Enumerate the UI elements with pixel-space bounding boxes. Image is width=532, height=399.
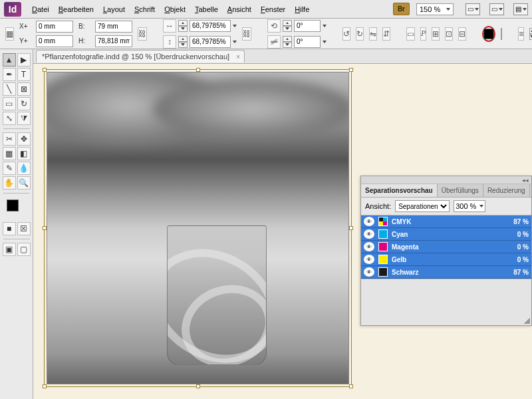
panel-tab-reduzierung[interactable]: Reduzierung [483,184,530,197]
sep-row-schwarz[interactable]: 👁 Schwarz 87 % [361,266,531,279]
x-label: X+ [19,23,34,30]
selection-tool[interactable]: ▲ [3,53,16,66]
arrange-icon[interactable]: ▤ [513,3,528,15]
menu-hilfe[interactable]: Hilfe [291,3,313,16]
gradient-tool[interactable]: ▦ [3,147,16,160]
frame-tool[interactable]: ⊠ [17,82,31,96]
eyedropper-tool[interactable]: 💧 [17,162,31,175]
fill-swatch[interactable] [483,29,494,39]
eye-icon[interactable]: 👁 [364,242,374,251]
panel-collapse-icon[interactable]: ◂◂ [361,176,531,184]
select-container-icon[interactable]: ▭ [406,27,415,41]
h-label: H: [78,37,93,45]
scale-tool[interactable]: ⤡ [3,112,16,125]
placed-image[interactable] [47,72,348,384]
resize-grip-icon[interactable] [523,317,530,324]
app-logo: Id [4,2,21,17]
menu-tabelle[interactable]: Tabelle [191,3,222,16]
shear-spinner[interactable] [283,36,292,48]
document-tab[interactable]: *Pflanzenfotografie.indd @ 150 % [Überdr… [36,50,245,63]
document-tabs: *Pflanzenfotografie.indd @ 150 % [Überdr… [33,49,532,64]
shear-tool[interactable]: ⧩ [17,112,31,125]
normal-view-icon[interactable]: ▣ [3,243,16,256]
document-canvas[interactable] [47,72,349,384]
rotate-icon: ⟲ [267,19,281,33]
swatch-cyan [378,229,388,239]
stroke-weight-spinner[interactable] [529,28,532,40]
type-tool[interactable]: T [17,68,31,81]
sep-row-gelb[interactable]: 👁 Gelb 0 % [361,253,531,266]
toolbox: ▲▶ ✒T ╲⊠ ▭↻ ⤡⧩ ✂✥ ▦◧ ✎💧 ✋🔍 ■☒ ▣▢ [0,49,33,399]
panel-resize[interactable] [361,279,531,325]
document-tab-title: *Pflanzenfotografie.indd @ 150 % [Überdr… [42,53,229,61]
menu-schrift[interactable]: Schrift [130,3,159,16]
menu-bearbeiten[interactable]: Bearbeiten [55,3,98,16]
direct-selection-tool[interactable]: ▶ [17,53,31,66]
menu-layout[interactable]: Layout [99,3,129,16]
select-content-icon[interactable]: P [420,27,426,41]
y-input[interactable] [36,35,73,47]
zoom-combo[interactable]: 150 % [416,3,454,15]
separations-list: 👁 CMYK 87 % 👁 Cyan 0 % 👁 Magenta 0 % [361,215,531,279]
sep-row-cyan[interactable]: 👁 Cyan 0 % [361,228,531,241]
fit-content-icon[interactable]: ⊞ [432,27,440,41]
x-input[interactable] [36,21,73,33]
flip-v-icon[interactable]: ⇵ [382,27,390,41]
tab-close-icon[interactable]: × [236,53,240,61]
ink-limit-combo[interactable]: 300 % [454,200,485,212]
rotate-cw-icon[interactable]: ↻ [356,27,364,41]
scale-x-input[interactable] [190,20,231,32]
shear-icon: ⧣ [267,35,281,49]
swatch-gelb [378,255,388,264]
sep-row-magenta[interactable]: 👁 Magenta 0 % [361,241,531,253]
rotate-tool[interactable]: ↻ [17,97,31,110]
rotate-input[interactable] [294,20,321,32]
menu-objekt[interactable]: Objekt [160,3,190,16]
scale-y-icon: ↕ [163,35,176,49]
scale-x-spinner[interactable] [178,20,188,32]
h-input[interactable] [95,35,132,47]
gradient-feather-tool[interactable]: ◧ [17,147,31,160]
constrain-scale-icon[interactable]: ⛓ [242,27,251,41]
note-tool[interactable]: ✎ [3,162,16,175]
rotate-ccw-icon[interactable]: ↺ [342,27,350,41]
eye-icon[interactable]: 👁 [364,217,374,226]
constrain-wh-icon[interactable]: ⛓ [138,27,147,41]
w-input[interactable] [95,21,132,33]
eye-icon[interactable]: 👁 [364,255,374,264]
zoom-tool[interactable]: 🔍 [17,176,31,190]
hand-tool[interactable]: ✋ [3,176,16,190]
scale-y-input[interactable] [190,36,231,48]
apply-color-icon[interactable]: ■ [3,222,16,235]
menu-fenster[interactable]: Fenster [257,3,289,16]
view-mode-icon[interactable]: ▭ [466,3,480,15]
fit-frame-icon[interactable]: ⊟ [458,27,466,41]
free-transform-tool[interactable]: ✥ [17,132,31,146]
scissors-tool[interactable]: ✂ [3,132,16,146]
rectangle-tool[interactable]: ▭ [3,97,16,110]
sep-row-cmyk[interactable]: 👁 CMYK 87 % [361,215,531,228]
fill-stroke-swap[interactable] [7,200,27,217]
view-select[interactable]: Separationen [395,200,450,212]
rotate-spinner[interactable] [283,20,292,32]
menu-datei[interactable]: Datei [28,3,53,16]
panel-tab-separationsvorschau[interactable]: Separationsvorschau [361,184,438,197]
scale-y-spinner[interactable] [178,36,188,48]
apply-none-icon[interactable]: ☒ [17,222,31,235]
canvas-area: *Pflanzenfotografie.indd @ 150 % [Überdr… [33,49,532,399]
bridge-button[interactable]: Br [393,3,410,15]
stroke-swatch[interactable] [501,28,502,40]
eye-icon[interactable]: 👁 [364,229,374,239]
shear-input[interactable] [294,36,321,48]
swatch-schwarz [378,267,388,277]
center-content-icon[interactable]: ⊡ [445,27,453,41]
screen-mode-icon[interactable]: ▭ [489,3,504,15]
pen-tool[interactable]: ✒ [3,68,16,81]
reference-point-icon[interactable]: ▦ [5,27,14,41]
eye-icon[interactable]: 👁 [364,267,374,277]
menu-ansicht[interactable]: Ansicht [223,3,255,16]
preview-view-icon[interactable]: ▢ [17,243,31,256]
line-tool[interactable]: ╲ [3,82,16,96]
flip-h-icon[interactable]: ⇋ [369,27,377,41]
panel-tab-ueberfuellung[interactable]: Überfüllungs [438,184,483,197]
